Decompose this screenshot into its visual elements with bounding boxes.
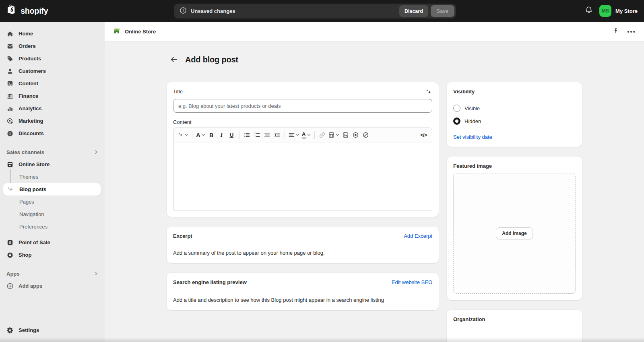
discounts-icon	[6, 130, 14, 137]
finance-icon	[6, 93, 14, 100]
toolbar-divider	[192, 131, 192, 139]
topbar: shopify Unsaved changes Discard Save MS …	[0, 0, 644, 22]
text-style-icon[interactable]: A	[195, 130, 206, 141]
pin-icon[interactable]	[613, 28, 619, 36]
bell-icon[interactable]	[585, 6, 593, 16]
gear-icon	[6, 327, 14, 334]
seo-card: Search engine listing preview Edit websi…	[167, 273, 439, 310]
alert-icon	[180, 7, 187, 15]
sidebar-section-apps[interactable]: Apps	[0, 268, 105, 280]
sidebar: Home Orders Products Customers Content F…	[0, 22, 105, 342]
unsaved-changes-text: Unsaved changes	[191, 8, 235, 14]
marketing-icon	[6, 117, 14, 125]
title-label: Title	[173, 89, 183, 95]
sidebar-item-orders[interactable]: Orders	[0, 40, 105, 52]
underline-icon[interactable]: U	[227, 130, 237, 141]
sidebar-item-discounts[interactable]: Discounts	[0, 127, 105, 140]
featured-image-dropzone[interactable]: Add image	[453, 173, 576, 294]
indent-icon[interactable]	[272, 130, 282, 141]
sidebar-item-home[interactable]: Home	[0, 27, 105, 40]
chevron-down-icon	[307, 133, 311, 137]
radio-checked[interactable]	[453, 117, 460, 125]
sidebar-item-online-store[interactable]: Online Store	[0, 158, 105, 171]
clear-formatting-icon[interactable]	[361, 130, 371, 141]
sidebar-section-sales-channels[interactable]: Sales channels	[0, 146, 105, 158]
set-visibility-date-link[interactable]: Set visibility date	[453, 134, 492, 140]
context-title: Online Store	[125, 29, 156, 35]
content-scroll-area[interactable]: Add blog post Title Content	[105, 42, 644, 342]
shopify-logo[interactable]: shopify	[0, 4, 48, 17]
pos-icon: S	[6, 239, 14, 246]
magic-icon[interactable]	[177, 130, 190, 141]
sidebar-item-finance[interactable]: Finance	[0, 90, 105, 102]
italic-icon[interactable]: I	[217, 130, 227, 141]
chevron-down-icon	[336, 133, 339, 137]
svg-text:S: S	[9, 241, 11, 245]
add-excerpt-link[interactable]: Add Excerpt	[404, 233, 432, 239]
back-button[interactable]	[168, 54, 180, 65]
store-name[interactable]: My Store	[615, 8, 638, 14]
magic-sparkle-icon[interactable]	[425, 89, 432, 97]
image-icon[interactable]	[341, 130, 351, 141]
chevron-down-icon	[202, 133, 205, 137]
store-avatar[interactable]: MS	[599, 5, 611, 17]
sidebar-item-settings[interactable]: Settings	[0, 324, 105, 336]
visibility-option-visible[interactable]: Visible	[453, 103, 576, 114]
bold-icon[interactable]: B	[206, 130, 217, 141]
online-store-green-icon	[113, 27, 121, 36]
alignment-icon[interactable]	[287, 130, 301, 141]
editor-content-area[interactable]	[173, 142, 432, 210]
rich-text-editor: A B I U 12	[173, 128, 432, 210]
more-actions-icon[interactable]: •••	[627, 29, 636, 35]
radio-unchecked[interactable]	[453, 105, 460, 112]
chevron-right-icon	[94, 149, 98, 155]
sidebar-item-add-apps[interactable]: Add apps	[0, 280, 105, 292]
page-title: Add blog post	[185, 55, 238, 64]
sidebar-item-products[interactable]: Products	[0, 52, 105, 65]
sidebar-item-pages[interactable]: Pages	[0, 196, 105, 208]
content-label: Content	[173, 119, 432, 125]
storefront-icon	[6, 161, 14, 168]
sidebar-item-customers[interactable]: Customers	[0, 65, 105, 77]
sidebar-item-shop[interactable]: Shop	[0, 249, 105, 261]
visibility-title: Visibility	[453, 89, 576, 95]
sidebar-item-themes[interactable]: Themes	[0, 171, 105, 183]
sidebar-item-navigation[interactable]: Navigation	[0, 208, 105, 220]
sidebar-item-marketing[interactable]: Marketing	[0, 115, 105, 127]
main-area: Online Store ••• Add blog post Title	[105, 22, 644, 342]
link-icon[interactable]	[317, 130, 327, 141]
organization-card: Organization	[447, 310, 582, 342]
seo-description: Add a title and description to see how t…	[173, 297, 432, 304]
save-button[interactable]: Save	[431, 5, 454, 17]
sidebar-item-content[interactable]: Content	[0, 77, 105, 90]
plus-circle-icon	[6, 282, 14, 290]
toolbar-divider	[285, 131, 285, 139]
outdent-icon[interactable]	[262, 130, 272, 141]
video-icon[interactable]	[351, 130, 361, 141]
sidebar-item-point-of-sale[interactable]: S Point of Sale	[0, 236, 105, 249]
svg-text:2: 2	[254, 135, 256, 138]
numbered-list-icon[interactable]: 12	[252, 130, 262, 141]
excerpt-title: Excerpt	[173, 233, 192, 239]
bulleted-list-icon[interactable]	[242, 130, 252, 141]
edit-website-seo-link[interactable]: Edit website SEO	[392, 279, 432, 285]
add-image-button[interactable]: Add image	[496, 227, 533, 239]
toolbar-divider	[314, 131, 315, 139]
sidebar-item-blog-posts[interactable]: Blog posts	[3, 183, 101, 196]
title-input[interactable]	[173, 99, 432, 113]
unsaved-changes-bar: Unsaved changes Discard Save	[174, 4, 456, 19]
table-icon[interactable]	[327, 130, 341, 141]
chevron-down-icon	[296, 133, 299, 137]
shop-icon	[6, 251, 14, 259]
excerpt-description: Add a summary of the post to appear on y…	[173, 249, 432, 257]
excerpt-card: Excerpt Add Excerpt Add a summary of the…	[167, 227, 439, 263]
visibility-option-hidden[interactable]: Hidden	[453, 115, 576, 127]
sidebar-item-analytics[interactable]: Analytics	[0, 102, 105, 115]
sidebar-item-preferences[interactable]: Preferences	[0, 220, 105, 233]
svg-text:1: 1	[254, 132, 256, 134]
code-icon[interactable]: </>	[419, 130, 429, 141]
featured-image-title: Featured image	[453, 163, 576, 169]
discard-button[interactable]: Discard	[399, 5, 428, 17]
text-color-icon[interactable]: A	[301, 130, 312, 141]
seo-title: Search engine listing preview	[173, 279, 247, 285]
